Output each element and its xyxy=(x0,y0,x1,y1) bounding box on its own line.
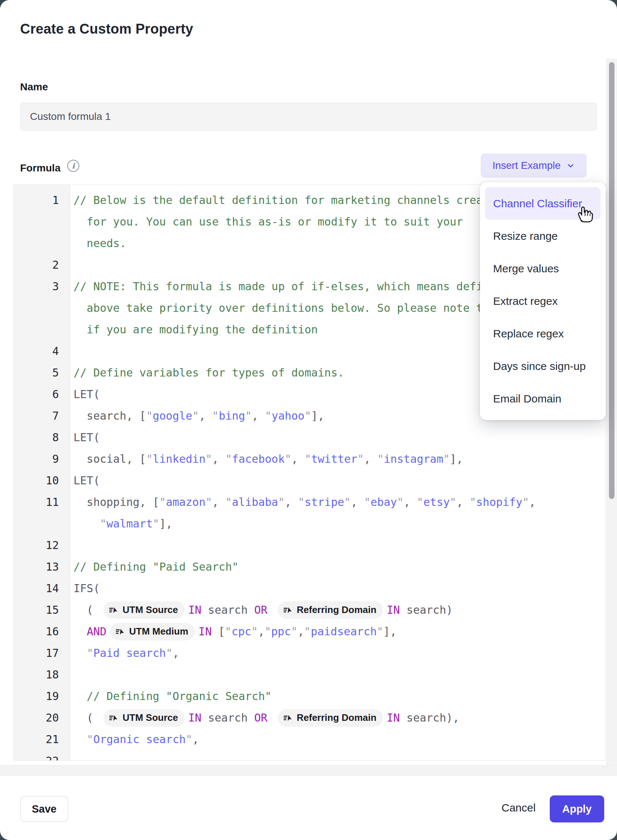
code-content: ( UTM SourceIN search OR Referring Domai… xyxy=(70,709,459,727)
code-token: " xyxy=(443,453,450,465)
code-content: if you are modifying the definition xyxy=(70,323,317,336)
code-token: " xyxy=(377,625,384,638)
insert-example-button[interactable]: Insert Example xyxy=(481,154,587,178)
code-token: " xyxy=(100,517,106,530)
code-token: search) xyxy=(400,604,453,616)
code-token: " xyxy=(205,496,212,508)
line-number: 7 xyxy=(14,409,70,422)
property-chip-utm-source[interactable]: UTM Source xyxy=(103,709,185,727)
code-token: " xyxy=(251,625,258,638)
code-token: " xyxy=(146,453,153,465)
property-chip-referring-domain[interactable]: Referring Domain xyxy=(278,601,383,619)
line-number: 13 xyxy=(14,560,70,573)
code-token: " xyxy=(470,496,476,508)
code-token xyxy=(74,517,100,530)
property-chip-label: UTM Source xyxy=(123,712,178,723)
code-token: " xyxy=(304,409,311,422)
code-token: IN xyxy=(387,604,400,616)
property-chip-icon xyxy=(109,713,118,723)
code-token: yahoo xyxy=(272,409,304,422)
code-token: " xyxy=(344,496,351,508)
code-token: " xyxy=(87,647,93,660)
code-token: above take priority over definitions bel… xyxy=(74,301,536,314)
code-token: , xyxy=(212,453,225,465)
code-content: LET( xyxy=(70,388,100,401)
insert-example-label: Insert Example xyxy=(492,160,561,171)
dropdown-item-email-domain[interactable]: Email Domain xyxy=(485,382,601,415)
dropdown-item-replace-regex[interactable]: Replace regex xyxy=(485,317,601,350)
code-token: " xyxy=(186,733,192,746)
code-line: "walmart"], xyxy=(14,513,605,534)
code-token: [ xyxy=(212,625,225,638)
dropdown-item-merge-values[interactable]: Merge values xyxy=(485,252,601,285)
vertical-scrollbar-thumb[interactable] xyxy=(609,62,614,499)
code-line: 12 xyxy=(14,534,605,556)
code-token: cpc xyxy=(232,625,251,638)
code-token: google xyxy=(153,409,192,422)
code-token: , xyxy=(403,496,417,508)
code-token xyxy=(74,733,87,746)
code-token: paidsearch xyxy=(311,625,377,638)
code-token xyxy=(267,604,274,616)
line-number: 10 xyxy=(14,474,70,487)
code-line: 17 "Paid search", xyxy=(14,642,605,664)
property-chip-label: UTM Source xyxy=(123,604,178,616)
code-content: IFS( xyxy=(70,582,100,595)
code-token: , xyxy=(298,625,304,638)
line-number: 14 xyxy=(14,582,70,595)
name-input[interactable] xyxy=(20,103,597,130)
dropdown-item-days-since-sign-up[interactable]: Days since sign-up xyxy=(485,350,601,382)
code-token: // Defining "Paid Search" xyxy=(74,560,239,573)
line-number: 2 xyxy=(14,258,70,271)
apply-button[interactable]: Apply xyxy=(550,796,604,822)
code-token: ( xyxy=(74,604,100,616)
cancel-button[interactable]: Cancel xyxy=(499,801,538,814)
code-line: 15 ( UTM SourceIN search OR Referring Do… xyxy=(14,599,605,621)
code-token: // Below is the default definition for m… xyxy=(74,194,503,207)
horizontal-scrollbar-track[interactable] xyxy=(0,765,617,776)
code-content: // Defining "Paid Search" xyxy=(70,560,239,573)
code-token: IN xyxy=(188,604,201,616)
code-token: LET( xyxy=(74,474,100,487)
code-content: // Define variables for types of domains… xyxy=(70,366,344,379)
code-token: shopify xyxy=(476,496,523,508)
name-label: Name xyxy=(20,81,48,93)
save-button[interactable]: Save xyxy=(20,796,68,822)
code-token: walmart xyxy=(106,517,152,530)
code-token: ( xyxy=(74,712,100,724)
line-number: 4 xyxy=(14,345,70,357)
code-token: ], xyxy=(450,453,463,465)
info-icon[interactable]: i xyxy=(67,160,79,172)
line-number: 8 xyxy=(14,431,70,444)
dropdown-item-resize-range[interactable]: Resize range xyxy=(485,220,601,252)
property-chip-utm-source[interactable]: UTM Source xyxy=(103,601,185,619)
code-token: // Defining "Organic Search" xyxy=(74,690,272,703)
modal-title: Create a Custom Property xyxy=(20,21,193,37)
code-token: " xyxy=(265,625,271,638)
code-token: stripe xyxy=(304,496,344,508)
line-number: 21 xyxy=(14,733,70,746)
code-content: for you. You can use this as-is or modif… xyxy=(70,215,463,228)
code-token: " xyxy=(291,625,298,638)
code-token: " xyxy=(357,453,364,465)
code-token: " xyxy=(153,517,159,530)
code-token: " xyxy=(225,625,232,638)
code-token: ], xyxy=(384,625,397,638)
property-chip-label: Referring Domain xyxy=(297,712,376,723)
dropdown-item-extract-regex[interactable]: Extract regex xyxy=(485,285,601,317)
code-token: search xyxy=(201,712,254,724)
line-number: 20 xyxy=(14,712,70,724)
dropdown-item-channel-classifier[interactable]: Channel Classifier xyxy=(485,187,601,220)
code-token: LET( xyxy=(74,431,100,444)
code-token: linkedin xyxy=(153,453,206,465)
code-token: " xyxy=(159,496,166,508)
code-token: , xyxy=(285,496,298,508)
property-chip-utm-medium[interactable]: UTM Medium xyxy=(110,623,195,641)
code-token: search, [ xyxy=(74,409,146,422)
code-token: , xyxy=(192,733,199,746)
code-token: " xyxy=(166,647,173,660)
code-token: " xyxy=(225,453,232,465)
code-token: , xyxy=(364,453,377,465)
property-chip-referring-domain[interactable]: Referring Domain xyxy=(278,709,383,727)
line-number: 11 xyxy=(14,496,70,508)
